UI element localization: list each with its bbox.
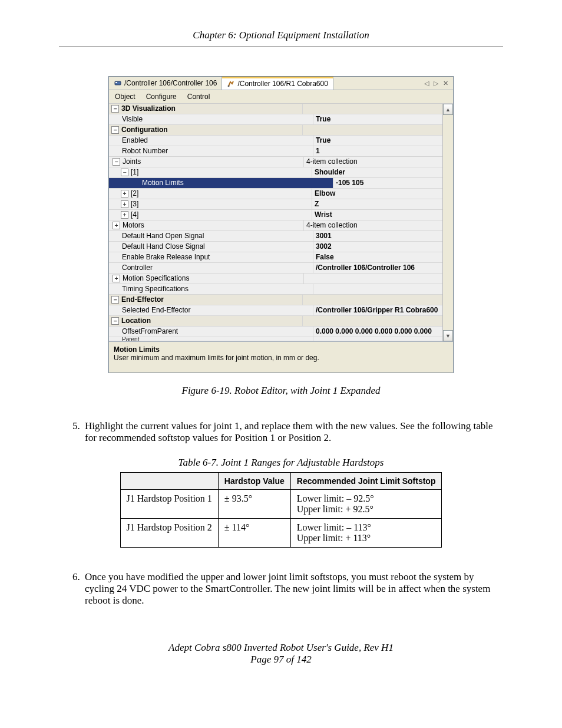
prop-timing-spec-label[interactable]: Timing Specifications <box>109 284 313 294</box>
prop-hand-close-value[interactable]: 3002 <box>313 242 442 252</box>
prop-motion-limits-label[interactable]: Motion Limits <box>109 178 333 188</box>
prop-motors-label[interactable]: Motors <box>123 220 144 230</box>
scroll-up-icon[interactable]: ▲ <box>443 104 453 115</box>
scrollbar[interactable]: ▲ ▼ <box>442 104 453 341</box>
cell-position: J1 Hardstop Position 1 <box>120 490 218 519</box>
table-row: J1 Hardstop Position 2 ± 114° Lower limi… <box>120 519 442 548</box>
cell-position: J1 Hardstop Position 2 <box>120 519 218 548</box>
footer-page-number: Page 97 of 142 <box>59 654 503 666</box>
category-end-effector: End-Effector <box>121 295 164 305</box>
prop-offset-label[interactable]: OffsetFromParent <box>109 327 313 337</box>
property-grid[interactable]: −3D Visualization VisibleTrue −Configura… <box>109 104 442 341</box>
collapse-icon[interactable]: − <box>111 105 119 113</box>
footer-guide-title: Adept Cobra s800 Inverted Robot User's G… <box>59 642 503 654</box>
robot-editor-window: /Controller 106/Controller 106 /Controll… <box>108 76 454 373</box>
category-configuration: Configuration <box>121 125 168 135</box>
robot-icon <box>227 80 235 88</box>
scroll-down-icon[interactable]: ▼ <box>443 330 453 341</box>
close-icon[interactable]: ✕ <box>443 80 448 87</box>
svg-point-2 <box>228 85 230 87</box>
prop-joint3-value[interactable]: Z <box>312 199 442 209</box>
tab-nav-right-icon[interactable]: ▷ <box>434 80 438 87</box>
tab-label: /Controller 106/R1 Cobra600 <box>237 80 328 88</box>
prop-motion-spec-label[interactable]: Motion Specifications <box>123 274 189 284</box>
prop-controller-value[interactable]: /Controller 106/Controller 106 <box>313 263 442 273</box>
prop-offset-value[interactable]: 0.000 0.000 0.000 0.000 0.000 0.000 <box>313 327 442 337</box>
prop-joint3-label[interactable]: [3] <box>131 199 138 209</box>
chapter-heading: Chapter 6: Optional Equipment Installati… <box>59 29 503 47</box>
description-title: Motion Limits <box>114 345 448 354</box>
collapse-icon[interactable]: − <box>121 169 128 176</box>
tab-cobra600[interactable]: /Controller 106/R1 Cobra600 <box>222 77 333 90</box>
prop-controller-label[interactable]: Controller <box>109 263 313 273</box>
menu-configure[interactable]: Configure <box>146 93 177 101</box>
description-body: User minimum and maximum limits for join… <box>114 354 448 362</box>
tab-nav-left-icon[interactable]: ◁ <box>424 80 429 87</box>
collapse-icon[interactable]: − <box>111 296 119 304</box>
prop-visible-value[interactable]: True <box>313 114 442 124</box>
prop-visible-label[interactable]: Visible <box>109 114 313 124</box>
collapse-icon[interactable]: − <box>111 126 119 134</box>
prop-motion-limits-value[interactable]: -105 105 <box>333 178 442 188</box>
prop-timing-spec-value[interactable] <box>313 284 442 294</box>
svg-rect-1 <box>115 82 117 83</box>
joint-ranges-table: Hardstop Value Recommended Joint Limit S… <box>120 472 442 548</box>
table-header-hardstop: Hardstop Value <box>218 473 290 490</box>
prop-hand-open-value[interactable]: 3001 <box>313 231 442 241</box>
cell-softstop-value: Lower limit: – 113°Upper limit: + 113° <box>290 519 442 548</box>
menu-control[interactable]: Control <box>187 93 210 101</box>
prop-brake-release-value[interactable]: False <box>313 252 442 262</box>
prop-joint1-value[interactable]: Shoulder <box>312 167 442 177</box>
page-footer: Adept Cobra s800 Inverted Robot User's G… <box>59 642 503 666</box>
prop-joints-label[interactable]: Joints <box>123 157 141 167</box>
prop-selected-end-effector-label[interactable]: Selected End-Effector <box>109 305 313 315</box>
prop-robot-number-value[interactable]: 1 <box>313 146 442 156</box>
prop-joint4-value[interactable]: Wrist <box>312 210 442 220</box>
prop-joint4-label[interactable]: [4] <box>131 210 138 220</box>
menu-bar: Object Configure Control <box>109 90 453 104</box>
tab-bar: /Controller 106/Controller 106 /Controll… <box>109 77 453 90</box>
expand-icon[interactable]: + <box>121 190 128 197</box>
table-header-softstop: Recommended Joint Limit Softstop <box>290 473 442 490</box>
expand-icon[interactable]: + <box>121 211 128 219</box>
prop-motors-value: 4-item collection <box>304 220 442 230</box>
prop-joint2-value[interactable]: Elbow <box>312 189 442 199</box>
figure-caption: Figure 6-19. Robot Editor, with Joint 1 … <box>59 385 503 397</box>
prop-hand-close-label[interactable]: Default Hand Close Signal <box>109 242 313 252</box>
step-5: Highlight the current values for joint 1… <box>82 420 503 444</box>
prop-enabled-value[interactable]: True <box>313 136 442 146</box>
prop-joint1-label[interactable]: [1] <box>131 167 138 177</box>
property-description: Motion Limits User minimum and maximum l… <box>109 341 453 373</box>
prop-joint2-label[interactable]: [2] <box>131 189 138 199</box>
table-caption: Table 6-7. Joint 1 Ranges for Adjustable… <box>59 457 503 469</box>
category-3d-visualization: 3D Visualization <box>121 104 176 114</box>
prop-motion-spec-value[interactable] <box>304 274 442 284</box>
collapse-icon[interactable]: − <box>111 317 119 325</box>
cell-softstop-value: Lower limit: – 92.5°Upper limit: + 92.5° <box>290 490 442 519</box>
expand-icon[interactable]: + <box>113 222 120 229</box>
prop-joints-value: 4-item collection <box>304 157 442 167</box>
prop-brake-release-label[interactable]: Enable Brake Release Input <box>109 252 313 262</box>
controller-icon <box>114 79 122 87</box>
expand-icon[interactable]: + <box>113 275 120 282</box>
collapse-icon[interactable]: − <box>113 158 120 166</box>
tab-label: /Controller 106/Controller 106 <box>124 79 217 87</box>
prop-selected-end-effector-value[interactable]: /Controller 106/Gripper R1 Cobra600 <box>313 305 442 315</box>
category-location: Location <box>121 316 151 326</box>
prop-enabled-label[interactable]: Enabled <box>109 136 313 146</box>
table-row: J1 Hardstop Position 1 ± 93.5° Lower lim… <box>120 490 442 519</box>
tab-controller[interactable]: /Controller 106/Controller 106 <box>109 77 222 90</box>
expand-icon[interactable]: + <box>121 200 128 208</box>
cell-hardstop-value: ± 114° <box>218 519 290 548</box>
cell-hardstop-value: ± 93.5° <box>218 490 290 519</box>
table-header-blank <box>120 473 218 490</box>
step-6: Once you have modified the upper and low… <box>82 571 503 607</box>
menu-object[interactable]: Object <box>115 93 135 101</box>
prop-hand-open-label[interactable]: Default Hand Open Signal <box>109 231 313 241</box>
prop-robot-number-label[interactable]: Robot Number <box>109 146 313 156</box>
prop-parent-label[interactable]: Parent <box>109 337 313 341</box>
